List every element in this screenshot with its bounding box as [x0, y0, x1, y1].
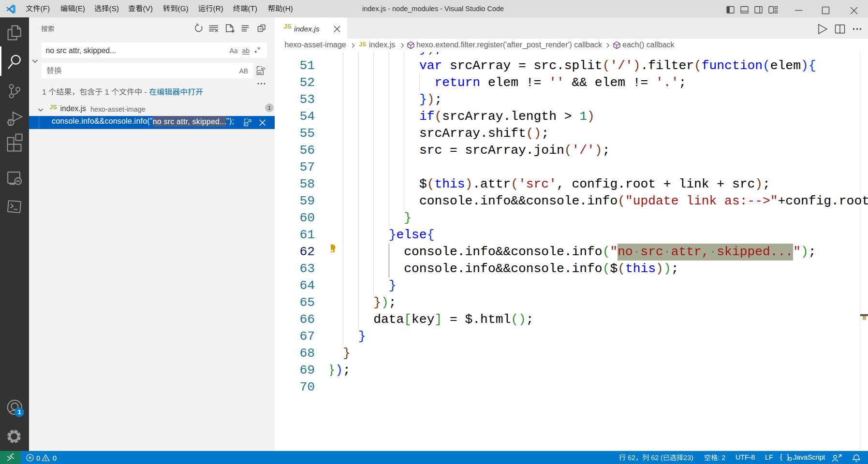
- svg-text:ab: ab: [261, 66, 265, 71]
- svg-text:*: *: [257, 46, 260, 54]
- svg-text:ac: ac: [258, 71, 262, 75]
- svg-text:c: c: [245, 122, 247, 126]
